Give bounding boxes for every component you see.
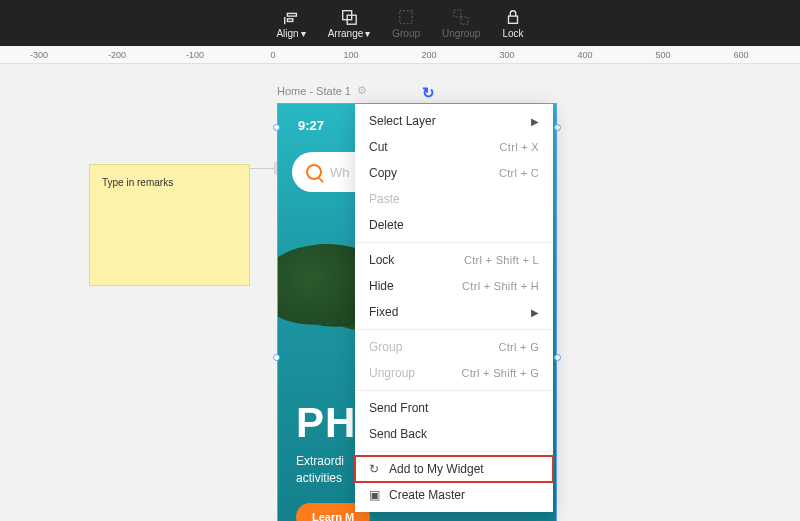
menu-label: Send Back <box>369 427 427 441</box>
selection-handle[interactable] <box>273 354 280 361</box>
toolbar-arrange-label: Arrange <box>328 28 364 39</box>
menu-label: Select Layer <box>369 114 436 128</box>
menu-label: Cut <box>369 140 388 154</box>
arrange-icon <box>340 8 358 26</box>
artboard-title-bar[interactable]: Home - State 1 ⚙ <box>277 84 557 97</box>
artboard-title: Home - State 1 <box>277 85 351 97</box>
svg-rect-7 <box>461 17 468 24</box>
menu-lock[interactable]: Lock Ctrl + Shift + L <box>355 247 553 273</box>
toolbar-group-label: Group <box>392 28 420 39</box>
ruler-tick: 400 <box>577 50 592 60</box>
sticky-connector <box>250 168 280 178</box>
menu-label: Fixed <box>369 305 398 319</box>
menu-delete[interactable]: Delete <box>355 212 553 238</box>
ruler-tick: 200 <box>421 50 436 60</box>
toolbar-ungroup: Ungroup <box>442 8 480 39</box>
menu-label: Ungroup <box>369 366 415 380</box>
status-time: 9:27 <box>298 118 324 133</box>
toolbar-align[interactable]: Align▾ <box>276 8 305 39</box>
ruler-tick: -200 <box>108 50 126 60</box>
ruler-tick: -100 <box>186 50 204 60</box>
menu-separator <box>355 390 553 391</box>
menu-shortcut: Ctrl + Shift + H <box>462 280 539 292</box>
toolbar-ungroup-label: Ungroup <box>442 28 480 39</box>
toolbar-lock[interactable]: Lock <box>502 8 523 39</box>
toolbar: Align▾ Arrange▾ Group Ungroup Lock <box>0 0 800 46</box>
menu-separator <box>355 329 553 330</box>
chevron-down-icon: ▾ <box>365 28 370 39</box>
ungroup-icon <box>452 8 470 26</box>
toolbar-arrange[interactable]: Arrange▾ <box>328 8 371 39</box>
svg-rect-1 <box>287 13 296 16</box>
menu-separator <box>355 451 553 452</box>
menu-label: Delete <box>369 218 404 232</box>
svg-rect-8 <box>508 16 517 23</box>
ruler-tick: -300 <box>30 50 48 60</box>
chevron-right-icon: ▶ <box>531 116 539 127</box>
menu-shortcut: Ctrl + Shift + G <box>461 367 539 379</box>
selection-handle[interactable] <box>273 124 280 131</box>
menu-fixed[interactable]: Fixed ▶ <box>355 299 553 325</box>
lock-icon <box>504 8 522 26</box>
toolbar-lock-label: Lock <box>502 28 523 39</box>
ruler-tick: 500 <box>655 50 670 60</box>
selection-handle[interactable] <box>554 124 561 131</box>
sticky-note[interactable]: Type in remarks <box>89 164 250 286</box>
menu-cut[interactable]: Cut Ctrl + X <box>355 134 553 160</box>
menu-send-front[interactable]: Send Front <box>355 395 553 421</box>
menu-shortcut: Ctrl + G <box>498 341 539 353</box>
menu-shortcut: Ctrl + X <box>500 141 539 153</box>
menu-add-to-my-widget[interactable]: ↻ Add to My Widget <box>355 456 553 482</box>
menu-label: Send Front <box>369 401 428 415</box>
menu-label: Group <box>369 340 402 354</box>
menu-ungroup: Ungroup Ctrl + Shift + G <box>355 360 553 386</box>
menu-label: Lock <box>369 253 394 267</box>
menu-label: Paste <box>369 192 400 206</box>
menu-select-layer[interactable]: Select Layer ▶ <box>355 108 553 134</box>
menu-label: Add to My Widget <box>389 462 484 476</box>
menu-separator <box>355 242 553 243</box>
menu-label: Hide <box>369 279 394 293</box>
group-icon <box>397 8 415 26</box>
toolbar-group: Group <box>392 8 420 39</box>
menu-send-back[interactable]: Send Back <box>355 421 553 447</box>
ruler-tick: 100 <box>343 50 358 60</box>
ruler-tick: 0 <box>270 50 275 60</box>
gear-icon[interactable]: ⚙ <box>357 84 367 97</box>
sync-icon: ↻ <box>369 462 383 476</box>
menu-hide[interactable]: Hide Ctrl + Shift + H <box>355 273 553 299</box>
svg-rect-2 <box>287 18 292 21</box>
toolbar-align-label: Align <box>276 28 298 39</box>
context-menu: Select Layer ▶ Cut Ctrl + X Copy Ctrl + … <box>355 104 553 512</box>
menu-group: Group Ctrl + G <box>355 334 553 360</box>
align-icon <box>282 8 300 26</box>
svg-rect-5 <box>400 10 413 23</box>
menu-shortcut: Ctrl + Shift + L <box>464 254 539 266</box>
ruler-tick: 600 <box>733 50 748 60</box>
menu-label: Copy <box>369 166 397 180</box>
search-icon <box>306 164 322 180</box>
menu-paste: Paste <box>355 186 553 212</box>
menu-shortcut: Ctrl + C <box>499 167 539 179</box>
menu-create-master[interactable]: ▣ Create Master <box>355 482 553 508</box>
svg-rect-6 <box>454 9 461 16</box>
reload-icon[interactable]: ↻ <box>422 84 435 102</box>
ruler-tick: 300 <box>499 50 514 60</box>
selection-handle[interactable] <box>554 354 561 361</box>
master-icon: ▣ <box>369 488 383 502</box>
hero-sub-1: Extraordi <box>296 454 344 468</box>
hero-sub-2: activities <box>296 471 342 485</box>
menu-label: Create Master <box>389 488 465 502</box>
chevron-down-icon: ▾ <box>301 28 306 39</box>
menu-copy[interactable]: Copy Ctrl + C <box>355 160 553 186</box>
chevron-right-icon: ▶ <box>531 307 539 318</box>
ruler: -300-200-1000100200300400500600700 <box>0 46 800 64</box>
search-placeholder: Wh <box>330 165 350 180</box>
sticky-note-text: Type in remarks <box>102 177 173 188</box>
